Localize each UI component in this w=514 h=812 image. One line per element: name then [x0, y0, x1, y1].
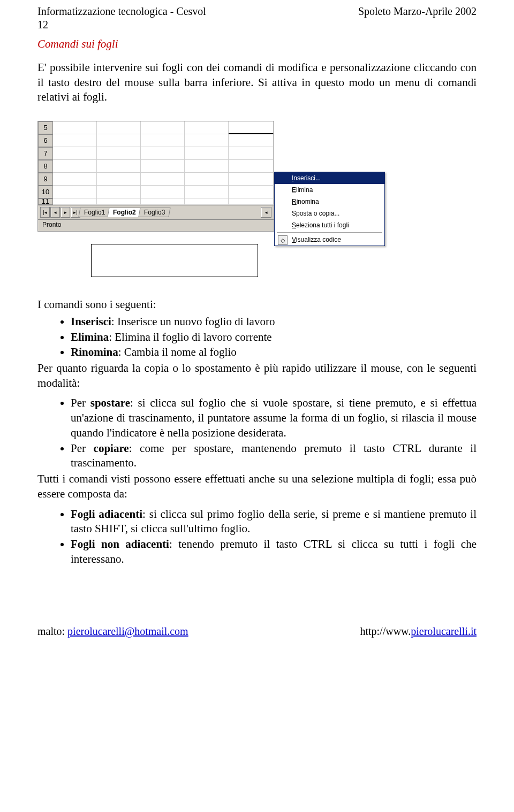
cell[interactable]	[141, 160, 185, 173]
footer-left: malto: pierolucarelli@hotmail.com	[37, 625, 188, 638]
sheet-tab[interactable]: Foglio1	[78, 208, 111, 217]
list-item: Fogli non adiacenti: tenendo premuto il …	[71, 537, 477, 566]
row-header[interactable]: 5	[38, 121, 53, 134]
cell[interactable]	[53, 147, 97, 160]
list-item: Per spostare: si clicca sul foglio che s…	[71, 396, 477, 440]
list-item: Rinomina: Cambia il nome al foglio	[71, 345, 477, 360]
tab-bar: |◂ ◂ ▸ ▸| Foglio1Foglio2Foglio3 ◂	[38, 205, 274, 219]
cell[interactable]	[185, 121, 229, 134]
list-item: Elimina: Elimina il foglio di lavoro cor…	[71, 330, 477, 345]
cell[interactable]	[185, 198, 229, 205]
cell[interactable]	[97, 186, 141, 198]
cell[interactable]	[229, 134, 274, 147]
footer-right-prefix: http://www.	[360, 625, 411, 637]
code-icon: ◇	[278, 235, 288, 245]
whitespace-box	[91, 244, 258, 277]
row-header[interactable]: 6	[38, 134, 53, 147]
row-header[interactable]: 7	[38, 147, 53, 160]
menu-item[interactable]: Rinomina	[275, 196, 384, 208]
status-bar: Pronto	[38, 219, 274, 231]
menu-item[interactable]: Sposta o copia...	[275, 208, 384, 219]
cell[interactable]	[185, 147, 229, 160]
list-item: Fogli adiacenti: si clicca sul primo fog…	[71, 507, 477, 537]
cell[interactable]	[229, 160, 274, 173]
cell[interactable]	[141, 134, 185, 147]
cell[interactable]	[141, 121, 185, 134]
context-menu: Inserisci...EliminaRinominaSposta o copi…	[274, 172, 385, 246]
cell[interactable]	[229, 198, 274, 205]
command-list: Inserisci: Inserisce un nuovo foglio di …	[37, 315, 477, 360]
nav-next-icon[interactable]: ▸	[61, 207, 70, 218]
footer-email-link[interactable]: pierolucarelli@hotmail.com	[67, 625, 188, 637]
selection-list: Fogli adiacenti: si clicca sul primo fog…	[37, 507, 477, 567]
nav-prev-icon[interactable]: ◂	[50, 207, 60, 218]
footer-site-link[interactable]: pierolucarelli.it	[411, 625, 477, 637]
menu-item[interactable]: Seleziona tutti i fogli	[275, 219, 384, 231]
cell[interactable]	[53, 160, 97, 173]
page-number: 12	[37, 19, 477, 31]
cell[interactable]	[229, 186, 274, 198]
lead-paragraph: I comandi sono i seguenti:	[37, 297, 477, 312]
move-copy-list: Per spostare: si clicca sul foglio che s…	[37, 396, 477, 471]
row-header[interactable]: 9	[38, 173, 53, 186]
intro-paragraph: E' possibile intervenire sui fogli con d…	[37, 60, 477, 105]
sheet-tab[interactable]: Foglio2	[108, 208, 142, 217]
cell[interactable]	[97, 198, 141, 205]
row-header[interactable]: 10	[38, 186, 53, 198]
section-title: Comandi sui fogli	[37, 37, 477, 51]
cell[interactable]	[141, 173, 185, 186]
cell[interactable]	[185, 186, 229, 198]
scroll-left-icon[interactable]: ◂	[261, 207, 271, 218]
list-item: Inserisci: Inserisce un nuovo foglio di …	[71, 315, 477, 330]
spreadsheet-fragment: 567891011 |◂ ◂ ▸ ▸| Foglio1Foglio2Foglio…	[37, 121, 274, 232]
list-item: Per copiare: come per spostare, mantenen…	[71, 441, 477, 471]
cell[interactable]	[97, 160, 141, 173]
footer-right: http://www.pierolucarelli.it	[360, 625, 477, 638]
menu-item[interactable]: Inserisci...	[275, 172, 384, 184]
menu-item-label: Visualizza codice	[292, 236, 341, 243]
cell[interactable]	[97, 147, 141, 160]
menu-item-visualizza-codice[interactable]: ◇ Visualizza codice	[275, 234, 384, 246]
cell[interactable]	[53, 121, 97, 134]
cell[interactable]	[97, 173, 141, 186]
mid-paragraph: Per quanto riguarda la copia o lo sposta…	[37, 361, 477, 390]
cell[interactable]	[97, 121, 141, 134]
sheet-tab[interactable]: Foglio3	[138, 208, 171, 217]
footer-left-prefix: malto:	[37, 625, 67, 637]
cell[interactable]	[141, 186, 185, 198]
cell[interactable]	[53, 134, 97, 147]
cell[interactable]	[185, 160, 229, 173]
cell[interactable]	[141, 147, 185, 160]
cell[interactable]	[185, 134, 229, 147]
cell[interactable]	[229, 121, 274, 134]
row-header[interactable]: 11	[38, 198, 53, 205]
cell[interactable]	[229, 173, 274, 186]
cell[interactable]	[141, 198, 185, 205]
cell[interactable]	[185, 173, 229, 186]
menu-item[interactable]: Elimina	[275, 184, 384, 196]
screenshot-figure: 567891011 |◂ ◂ ▸ ▸| Foglio1Foglio2Foglio…	[37, 121, 477, 287]
row-header[interactable]: 8	[38, 160, 53, 173]
cell[interactable]	[97, 134, 141, 147]
header-right: Spoleto Marzo-Aprile 2002	[358, 5, 477, 18]
cell[interactable]	[229, 147, 274, 160]
cell[interactable]	[53, 173, 97, 186]
cell[interactable]	[53, 186, 97, 198]
cell[interactable]	[53, 198, 97, 205]
tail-paragraph: Tutti i comandi visti possono essere eff…	[37, 472, 477, 501]
nav-first-icon[interactable]: |◂	[40, 207, 50, 218]
header-left: Informatizzazione tecnologica - Cesvol	[37, 5, 206, 18]
menu-separator	[277, 232, 382, 233]
